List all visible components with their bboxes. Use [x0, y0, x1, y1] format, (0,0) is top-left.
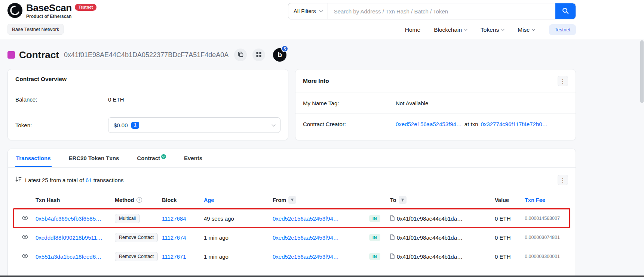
to-address: 0x41f01e98ae44c4b1da…	[397, 253, 463, 260]
basescan-logo-icon	[7, 3, 22, 19]
creator-connector: at txn	[464, 121, 478, 127]
qr-code-button[interactable]	[252, 49, 265, 61]
tx-preview-button[interactable]	[15, 215, 36, 221]
table-summary: Latest 25 from a total of 61 transaction…	[25, 177, 124, 183]
nav-item-tokens[interactable]: Tokens	[481, 27, 504, 33]
name-tag-label: My Name Tag:	[303, 100, 396, 106]
tab-transactions[interactable]: Transactions	[15, 149, 52, 167]
balance-row: Balance: 0 ETH	[8, 89, 288, 110]
summary-prefix: Latest 25 from a total of	[25, 177, 84, 183]
notification-count-badge: 5	[281, 45, 288, 52]
tab-bar: Transactions ERC20 Token Txns Contract E…	[8, 149, 576, 168]
method-badge: Multicall	[115, 214, 140, 223]
table-menu-button[interactable]: ⋮	[558, 175, 568, 185]
scrollbar-thumb[interactable]	[640, 40, 644, 103]
copy-address-button[interactable]	[234, 49, 247, 61]
to-address: 0x41f01e98ae44c4b1da…	[397, 234, 463, 241]
value-cell: 0 ETH	[495, 253, 525, 260]
network-switch-button[interactable]: Testnet	[549, 24, 576, 35]
search-button[interactable]	[555, 3, 576, 19]
from-address-link[interactable]: 0xed52e156aa52453f94…	[273, 234, 339, 241]
tx-preview-button[interactable]	[15, 253, 36, 259]
age-cell: 49 secs ago	[204, 215, 273, 222]
creation-txn-link[interactable]: 0x32774c96f117f4e72b0…	[481, 121, 548, 127]
block-link[interactable]: 11127674	[162, 234, 186, 241]
txn-fee-cell: 0.000003074801	[525, 235, 569, 240]
txn-hash-link[interactable]: 0x551a3da1bca18feed6…	[36, 253, 101, 260]
block-link[interactable]: 11127684	[162, 215, 186, 222]
more-info-menu-button[interactable]: ⋮	[558, 76, 568, 86]
eye-icon	[22, 253, 28, 259]
tab-contract[interactable]: Contract	[136, 149, 167, 167]
total-transactions-link[interactable]: 61	[86, 177, 92, 183]
nav-label: Blockchain	[434, 27, 462, 33]
from-address-link[interactable]: 0xed52e156aa52453f94…	[273, 215, 339, 222]
table-header-row: Txn Hash Method i Block Age From	[15, 191, 569, 209]
name-tag-row: My Name Tag: Not Available	[295, 93, 576, 113]
balance-label: Balance:	[15, 96, 108, 103]
from-filter-button[interactable]	[288, 196, 296, 204]
col-age[interactable]: Age	[204, 192, 273, 208]
brand-logo-link[interactable]: BaseScan Testnet Product of Etherscan	[7, 3, 96, 19]
tx-preview-button[interactable]	[15, 234, 36, 240]
tab-label: Events	[184, 155, 202, 161]
name-tag-value: Not Available	[396, 100, 428, 106]
header-right: All Filters Home Blockchain	[288, 3, 576, 35]
age-cell: 1 min ago	[204, 253, 273, 260]
grid-icon	[256, 52, 261, 58]
nav-item-blockchain[interactable]: Blockchain	[434, 27, 467, 33]
txn-hash-link[interactable]: 0x5b4afc369e5fb3f6585…	[36, 215, 101, 222]
age-cell: 1 min ago	[204, 234, 273, 241]
txn-hash-link[interactable]: 0xcdddf88f090218b9511…	[36, 234, 102, 241]
col-to: To	[390, 191, 495, 209]
tab-label: ERC20 Token Txns	[69, 155, 119, 161]
header-left: BaseScan Testnet Product of Etherscan Ba…	[7, 3, 96, 35]
nav-item-home[interactable]: Home	[405, 27, 420, 33]
chevron-down-icon	[319, 9, 323, 12]
table-meta-row: Latest 25 from a total of 61 transaction…	[8, 168, 576, 191]
window-edge	[0, 276, 644, 277]
page-title: Contract	[19, 49, 59, 61]
token-row: Token: $0.00 1	[8, 110, 288, 140]
direction-badge: IN	[369, 253, 380, 260]
verified-check-icon	[161, 154, 166, 160]
chevron-down-icon	[501, 27, 505, 31]
page-scrollbar[interactable]	[640, 39, 644, 276]
token-count-badge: 1	[131, 122, 139, 129]
copy-icon	[238, 52, 243, 58]
value-cell: 0 ETH	[495, 234, 525, 241]
tab-erc20-token-txns[interactable]: ERC20 Token Txns	[68, 149, 120, 167]
nav-label: Misc	[518, 27, 530, 33]
col-direction	[369, 195, 390, 205]
tab-label: Contract	[137, 155, 160, 161]
document-icon	[390, 253, 395, 260]
col-method: Method i	[115, 192, 162, 208]
col-txn-hash: Txn Hash	[36, 192, 115, 208]
balance-value: 0 ETH	[108, 96, 124, 103]
contract-creator-row: Contract Creator: 0xed52e156aa52453f94… …	[295, 113, 576, 134]
nav-item-misc[interactable]: Misc	[518, 27, 535, 33]
col-txn-fee[interactable]: Txn Fee	[525, 192, 569, 208]
kebab-icon: ⋮	[560, 78, 566, 84]
blockscan-chat-button[interactable]: b 5	[273, 48, 286, 62]
nav-label: Home	[405, 27, 420, 33]
value-cell: 0 ETH	[495, 215, 525, 222]
method-badge: Remove Contact	[115, 252, 158, 261]
brand-name: BaseScan	[26, 3, 72, 13]
col-value: Value	[495, 192, 525, 208]
search-input[interactable]	[328, 3, 555, 19]
search-filter-select[interactable]: All Filters	[288, 3, 328, 19]
table-row: 0x551a3da1bca18feed6… Remove Contact 111…	[15, 247, 569, 266]
search-filter-label: All Filters	[294, 8, 316, 14]
creator-address-link[interactable]: 0xed52e156aa52453f94…	[396, 121, 462, 127]
to-filter-button[interactable]	[399, 196, 407, 204]
info-icon[interactable]: i	[137, 197, 142, 203]
method-badge: Remove Contact	[115, 233, 158, 242]
block-link[interactable]: 11127671	[162, 253, 186, 260]
token-holdings-dropdown[interactable]: $0.00 1	[108, 117, 280, 133]
eye-icon	[22, 234, 28, 240]
nav-label: Tokens	[481, 27, 499, 33]
col-block: Block	[162, 192, 204, 208]
from-address-link[interactable]: 0xed52e156aa52453f94…	[273, 253, 339, 260]
tab-events[interactable]: Events	[183, 149, 203, 167]
